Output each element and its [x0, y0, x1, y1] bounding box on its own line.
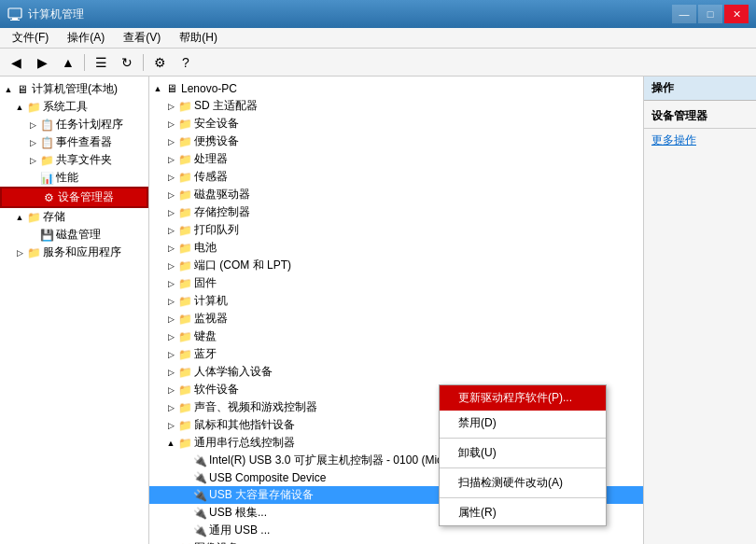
menu-action[interactable]: 操作(A)	[59, 27, 113, 49]
minimize-button[interactable]: —	[672, 5, 696, 23]
tree-item-services[interactable]: ▷ 📁 服务和应用程序	[0, 244, 148, 261]
tree-item-shared-folders[interactable]: ▷ 📁 共享文件夹	[0, 151, 148, 169]
tree-item-firmware[interactable]: ▷ 📁 固件	[149, 274, 643, 292]
icon-disk-mgmt: 💾	[39, 228, 54, 243]
right-panel-more-actions[interactable]: 更多操作	[644, 129, 756, 152]
label-usb-mass-storage: USB 大容量存储设备	[209, 487, 314, 503]
label-hid: 人体学输入设备	[194, 364, 273, 380]
expand-event-viewer: ▷	[26, 136, 39, 149]
tree-item-disk-drive[interactable]: ▷ 📁 磁盘驱动器	[149, 186, 643, 203]
toolbar-back[interactable]: ◀	[4, 51, 28, 74]
tree-item-battery[interactable]: ▷ 📁 电池	[149, 239, 643, 257]
icon-processor: 📁	[177, 152, 192, 167]
tree-item-keyboard[interactable]: ▷ 📁 键盘	[149, 328, 643, 345]
context-menu-item-update-driver[interactable]: 更新驱动程序软件(P)...	[440, 385, 606, 411]
svg-rect-2	[10, 20, 20, 21]
toolbar-forward[interactable]: ▶	[30, 51, 54, 74]
title-bar: 计算机管理 — □ ✕	[0, 0, 756, 28]
label-uninstall: 卸载(U)	[458, 445, 497, 461]
label-bluetooth: 蓝牙	[194, 346, 217, 362]
label-usb-ctrl: 通用串行总线控制器	[194, 435, 295, 451]
window-title: 计算机管理	[28, 7, 84, 22]
toolbar-help[interactable]: ?	[174, 51, 198, 74]
tree-item-computer-mgmt[interactable]: ▲ 🖥 计算机管理(本地)	[0, 80, 148, 98]
expand-security-dev: ▷	[164, 118, 177, 131]
expand-services: ▷	[13, 246, 26, 259]
tree-item-monitor[interactable]: ▷ 📁 监视器	[149, 310, 643, 328]
label-system-tools: 系统工具	[43, 99, 88, 115]
icon-sd-host: 📁	[177, 99, 192, 114]
context-menu-item-scan[interactable]: 扫描检测硬件改动(A)	[440, 470, 606, 495]
left-tree: ▲ 🖥 计算机管理(本地) ▲ 📁 系统工具 ▷ 📋 任务计划程序 ▷	[0, 77, 148, 544]
tree-item-storage[interactable]: ▲ 📁 存储	[0, 208, 148, 226]
icon-audio-video: 📁	[177, 400, 192, 415]
tree-item-device-manager[interactable]: ▷ ⚙ 设备管理器	[0, 187, 148, 208]
context-menu-item-uninstall[interactable]: 卸载(U)	[440, 440, 606, 466]
expand-system-tools: ▲	[13, 101, 26, 114]
icon-intel-usb3: 🔌	[192, 453, 207, 468]
left-tree-scroll[interactable]: ▲ 🖥 计算机管理(本地) ▲ 📁 系统工具 ▷ 📋 任务计划程序 ▷	[0, 77, 148, 544]
svg-rect-0	[8, 8, 21, 18]
menu-help[interactable]: 帮助(H)	[171, 27, 226, 49]
tree-item-portable-dev[interactable]: ▷ 📁 便携设备	[149, 133, 643, 150]
menu-bar: 文件(F) 操作(A) 查看(V) 帮助(H)	[0, 28, 756, 49]
expand-computer-mgmt: ▲	[2, 83, 15, 96]
toolbar-refresh[interactable]: ↻	[115, 51, 139, 74]
tree-item-sd-host[interactable]: ▷ 📁 SD 主适配器	[149, 97, 643, 115]
toolbar-properties[interactable]: ⚙	[147, 51, 172, 74]
expand-print-queue: ▷	[164, 224, 177, 237]
icon-image-dev: 📁	[177, 541, 192, 545]
context-menu-item-properties[interactable]: 属性(R)	[440, 500, 606, 525]
expand-task-scheduler: ▷	[26, 119, 39, 132]
label-update-driver: 更新驱动程序软件(P)...	[458, 390, 572, 406]
icon-com-lpt: 📁	[177, 258, 192, 273]
right-panel: 操作 设备管理器 更多操作	[644, 77, 756, 544]
tree-item-storage-ctrl[interactable]: ▷ 📁 存储控制器	[149, 203, 643, 221]
label-computer-node: 计算机	[194, 293, 228, 309]
label-performance: 性能	[56, 170, 78, 186]
expand-bluetooth: ▷	[164, 348, 177, 361]
toolbar-sep1	[84, 54, 85, 71]
context-menu-item-disable[interactable]: 禁用(D)	[440, 411, 606, 436]
tree-item-lenovo-pc[interactable]: ▲ 🖥 Lenovo-PC	[149, 80, 643, 97]
expand-sd-host: ▷	[164, 100, 177, 113]
context-menu-sep3	[440, 497, 606, 498]
icon-print-queue: 📁	[177, 223, 192, 238]
tree-item-print-queue[interactable]: ▷ 📁 打印队列	[149, 221, 643, 239]
menu-file[interactable]: 文件(F)	[4, 27, 57, 49]
tree-item-sensor[interactable]: ▷ 📁 传感器	[149, 168, 643, 186]
label-storage-ctrl: 存储控制器	[194, 204, 250, 220]
toolbar-up[interactable]: ▲	[56, 51, 80, 74]
tree-item-processor[interactable]: ▷ 📁 处理器	[149, 150, 643, 168]
tree-item-image-dev[interactable]: ▷ 📁 图像设备	[149, 539, 643, 544]
expand-firmware: ▷	[164, 277, 177, 290]
tree-item-computer-node[interactable]: ▷ 📁 计算机	[149, 292, 643, 310]
right-panel-section: 设备管理器 更多操作	[644, 101, 756, 156]
icon-event-viewer: 📋	[39, 135, 54, 150]
toolbar-show-hide[interactable]: ☰	[89, 51, 113, 74]
icon-device-manager: ⚙	[41, 190, 56, 205]
expand-lenovo-pc: ▲	[151, 82, 164, 95]
icon-mice: 📁	[177, 418, 192, 433]
icon-usb-mass-storage: 🔌	[192, 488, 207, 503]
tree-item-disk-mgmt[interactable]: ▷ 💾 磁盘管理	[0, 226, 148, 244]
tree-item-bluetooth[interactable]: ▷ 📁 蓝牙	[149, 345, 643, 363]
maximize-button[interactable]: □	[698, 5, 722, 23]
tree-item-performance[interactable]: ▷ 📊 性能	[0, 169, 148, 187]
tree-item-task-scheduler[interactable]: ▷ 📋 任务计划程序	[0, 116, 148, 133]
label-intel-usb3: Intel(R) USB 3.0 可扩展主机控制器 - 0100 (Micros…	[209, 453, 474, 468]
tree-item-event-viewer[interactable]: ▷ 📋 事件查看器	[0, 133, 148, 151]
tree-item-system-tools[interactable]: ▲ 📁 系统工具	[0, 98, 148, 116]
icon-task-scheduler: 📋	[39, 118, 54, 133]
icon-performance: 📊	[39, 171, 54, 186]
close-button[interactable]: ✕	[724, 5, 749, 23]
label-shared-folders: 共享文件夹	[56, 152, 112, 168]
context-menu-sep1	[440, 438, 606, 439]
menu-view[interactable]: 查看(V)	[115, 27, 169, 49]
tree-item-security-dev[interactable]: ▷ 📁 安全设备	[149, 115, 643, 133]
tree-item-com-lpt[interactable]: ▷ 📁 端口 (COM 和 LPT)	[149, 257, 643, 274]
tree-item-hid[interactable]: ▷ 📁 人体学输入设备	[149, 363, 643, 381]
icon-sensor: 📁	[177, 170, 192, 185]
expand-keyboard: ▷	[164, 330, 177, 343]
expand-sensor: ▷	[164, 171, 177, 184]
